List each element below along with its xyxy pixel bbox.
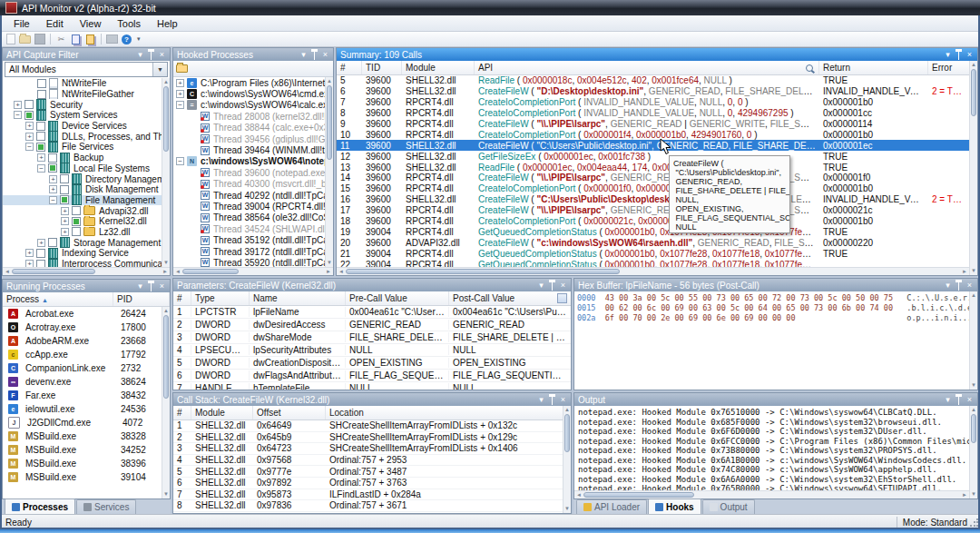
filter-tree-item[interactable]: +Advapi32.dll	[3, 205, 170, 216]
summary-row[interactable]: 1239600SHELL32.dllGetFileSizeEx ( 0x0000…	[337, 151, 969, 162]
hook-new-process-button[interactable]	[176, 63, 188, 74]
pin-icon[interactable]	[549, 394, 555, 405]
pin-icon[interactable]	[549, 280, 555, 291]
panel-menu-chevron-icon[interactable]: ▾	[944, 396, 952, 404]
checkbox[interactable]	[36, 249, 45, 258]
expand-icon[interactable]: +	[37, 239, 45, 247]
filter-tree-item[interactable]: +Storage Management	[3, 237, 170, 248]
parameter-row[interactable]: 1LPCTSTRlpFileName0x004ea61c "C:\Users\P…	[173, 306, 571, 319]
vertical-scrollbar[interactable]: ▲▼	[969, 406, 977, 498]
column-header-num[interactable]: #	[337, 61, 362, 74]
column-header-module[interactable]: Module	[191, 406, 253, 419]
filter-tree-item[interactable]: +Kernel32.dll	[3, 216, 170, 227]
close-icon[interactable]: ×	[559, 396, 567, 404]
process-row[interactable]: AAdobeARM.exe23668	[3, 334, 170, 348]
hooked-thread-item[interactable]: WThread 40292 (ntdll.dll!TpCallbackM	[173, 190, 333, 201]
checkbox[interactable]	[36, 143, 45, 152]
checkbox[interactable]	[72, 206, 81, 215]
hooked-thread-item[interactable]: WThread 39172 (ntdll.dll!TpCallbackM	[173, 246, 333, 257]
column-header-name[interactable]: Name	[250, 291, 346, 305]
filter-tree-item[interactable]: −System Services	[3, 110, 170, 121]
horizontal-scrollbar[interactable]: ◄►	[3, 267, 170, 275]
summary-row[interactable]: 839600RPCRT4.dllCreateIoCompletionPort (…	[337, 108, 969, 119]
call-stack-row[interactable]: 2SHELL32.dll0x645b9SHCreateShellItemArra…	[173, 432, 563, 444]
summary-row[interactable]: 1539600RPCRT4.dllCreateIoCompletionPort …	[337, 183, 969, 194]
process-row[interactable]: JJ2GDllCmd.exe4072	[3, 416, 170, 429]
vertical-scrollbar[interactable]: ▲▼	[563, 406, 571, 513]
panel-menu-chevron-icon[interactable]: ▾	[299, 51, 308, 59]
pin-icon[interactable]	[148, 281, 154, 291]
panel-menu-chevron-icon[interactable]: ▾	[136, 282, 144, 291]
checkbox[interactable]	[48, 238, 57, 247]
close-icon[interactable]: ×	[321, 51, 329, 59]
filter-tree-item[interactable]: −Local File Systems	[3, 163, 170, 174]
expand-icon[interactable]: +	[176, 79, 184, 87]
open-icon[interactable]	[19, 34, 31, 45]
process-row[interactable]: FFar.exe38432	[3, 389, 170, 402]
hooked-process-item[interactable]: +eC:\Program Files (x86)\Internet Explor…	[173, 77, 333, 88]
summary-row[interactable]: 1339600SHELL32.dllReadFile ( 0x000001ec,…	[337, 162, 969, 173]
column-header-num[interactable]: #	[173, 406, 191, 419]
hooked-thread-item[interactable]: WThread 39004 (RPCRT4.dll!RpcServe	[173, 201, 333, 212]
checkbox[interactable]	[72, 217, 81, 226]
copy-icon[interactable]	[70, 34, 82, 45]
summary-row[interactable]: 539600SHELL32.dllReadFile ( 0x0000018c, …	[337, 75, 969, 86]
filter-tree-item[interactable]: −File Services	[3, 142, 170, 153]
pin-icon[interactable]	[956, 280, 962, 291]
module-filter-dropdown[interactable]: All Modules ▼	[5, 62, 168, 77]
summary-row[interactable]: 1639600SHELL32.dllCreateFileW ( "C:\User…	[337, 194, 969, 205]
column-header-type[interactable]: Type	[191, 291, 250, 305]
filter-tree-item[interactable]: −File Management	[3, 195, 170, 206]
vertical-scrollbar[interactable]: ▲▼	[969, 291, 977, 390]
process-row[interactable]: MMSBuild.exe34252	[3, 443, 170, 457]
hooked-thread-item[interactable]: WThread 38564 (ole32.dll!CoSetState	[173, 212, 333, 223]
checkbox[interactable]	[24, 100, 34, 109]
close-icon[interactable]: ×	[965, 281, 974, 290]
checkbox[interactable]	[36, 122, 45, 131]
menu-file[interactable]: File	[5, 17, 38, 30]
horizontal-scrollbar[interactable]: ◄►	[574, 490, 969, 498]
call-stack-row[interactable]: 4SHELL32.dll0x97568Ordinal:757 + 2953	[173, 455, 563, 467]
pin-icon[interactable]	[956, 49, 962, 60]
column-header-api[interactable]: API	[475, 61, 819, 74]
resize-grip[interactable]	[969, 518, 978, 528]
process-row[interactable]: AAcrobat.exe26424	[3, 307, 170, 321]
expand-icon[interactable]: +	[25, 249, 34, 257]
filter-tree-item[interactable]: +Indexing Service	[3, 248, 170, 259]
panel-menu-chevron-icon[interactable]: ▾	[537, 396, 545, 404]
search-icon[interactable]	[806, 64, 813, 72]
hooked-thread-item[interactable]: WThread 39464 (WINMM.dll!timeEnd	[173, 144, 333, 155]
call-stack-row[interactable]: 3SHELL32.dll0x64723SHCreateShellItemArra…	[173, 443, 563, 455]
checkbox[interactable]	[36, 132, 45, 141]
hooked-thread-item[interactable]: WThread 34524 (SHLWAPI.dll!Ordinal	[173, 223, 333, 234]
collapse-icon[interactable]: −	[25, 143, 34, 151]
filter-tree-item[interactable]: NtWriteFileGather	[3, 89, 170, 100]
panel-menu-chevron-icon[interactable]: ▾	[944, 51, 952, 59]
summary-row[interactable]: 1839600RPCRT4.dllCreateIoCompletionPort …	[337, 216, 969, 227]
hooked-thread-item[interactable]: WThread 40300 (msvcrt.dll!_beginthr	[173, 179, 333, 190]
summary-row[interactable]: 1439600RPCRT4.dllCreateFileW ( "\\.\PIPE…	[337, 173, 969, 183]
tab-services[interactable]: Services	[76, 499, 136, 514]
checkbox[interactable]	[60, 185, 69, 194]
column-header-process[interactable]: Process ▲	[3, 292, 113, 306]
expand-icon[interactable]: +	[61, 217, 69, 225]
expand-icon[interactable]: +	[176, 90, 184, 98]
process-row[interactable]: MMSBuild.exe38328	[3, 429, 170, 443]
process-row[interactable]: MMSBuild.exe39104	[3, 470, 170, 484]
vertical-scrollbar[interactable]: ▲▼	[969, 61, 977, 275]
process-row[interactable]: eielowutil.exe24536	[3, 402, 170, 416]
new-icon[interactable]	[5, 34, 16, 45]
collapse-icon[interactable]: −	[176, 157, 184, 165]
help-icon[interactable]: ?	[121, 34, 132, 45]
filter-tree-item[interactable]: +Security	[3, 99, 170, 110]
summary-row[interactable]: 2139004RPCRT4.dllGetQueuedCompletionStat…	[337, 248, 969, 259]
horizontal-scrollbar[interactable]: ◄►	[173, 267, 333, 275]
checkbox[interactable]	[37, 79, 46, 88]
horizontal-scrollbar[interactable]: ◄►	[337, 267, 969, 275]
call-stack-row[interactable]: 7SHELL32.dll0x95873ILFindLastID + 0x284a	[173, 489, 563, 501]
parameter-row[interactable]: 3DWORDdwShareModeFILE_SHARE_DELETE | FIL…	[173, 331, 571, 344]
process-row[interactable]: cccApp.exe17792	[3, 348, 170, 361]
checkbox[interactable]	[36, 260, 45, 267]
column-header-return[interactable]: Return	[819, 61, 928, 74]
pin-icon[interactable]	[311, 49, 318, 60]
